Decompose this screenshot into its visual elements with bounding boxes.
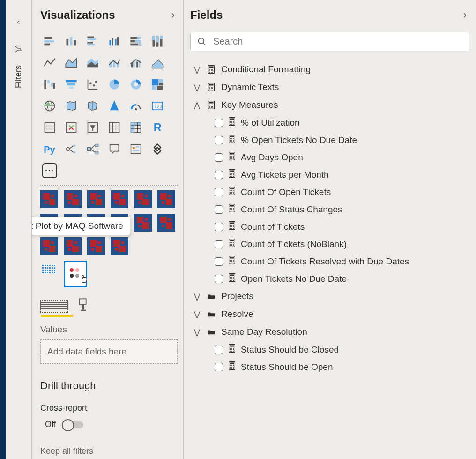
area-chart-icon[interactable] xyxy=(62,53,81,72)
fields-table-row[interactable]: ⋁Projects xyxy=(190,287,469,305)
pie-chart-icon[interactable] xyxy=(105,75,124,94)
visualizations-title: Visualizations xyxy=(40,8,115,22)
field-checkbox[interactable] xyxy=(215,188,223,196)
clustered-bar-chart-icon[interactable] xyxy=(83,32,102,51)
stacked-bar-chart-icon[interactable] xyxy=(40,32,59,51)
fields-measure-row[interactable]: Avg Tickets per Month xyxy=(190,166,469,183)
fields-collapse-chevron[interactable]: › xyxy=(461,9,469,21)
format-tab[interactable] xyxy=(77,295,91,313)
visualizations-collapse-chevron[interactable]: › xyxy=(169,9,178,21)
ribbon-chart-icon[interactable] xyxy=(148,53,167,72)
values-drop-zone[interactable]: Add data fields here xyxy=(40,339,178,364)
treemap-icon[interactable] xyxy=(148,75,167,94)
map-icon[interactable] xyxy=(40,97,59,115)
matrix-icon[interactable] xyxy=(126,118,145,137)
custom-viz-tile[interactable] xyxy=(87,190,105,208)
fields-measure-row[interactable]: Count Of Tickets Resolved with Due Dates xyxy=(190,253,469,270)
fields-measure-row[interactable]: Open Tickets No Due Date xyxy=(190,270,469,287)
fields-measure-row[interactable]: Count of Tickets xyxy=(190,218,469,235)
kpi-icon[interactable] xyxy=(62,118,81,137)
scatter-chart-icon[interactable] xyxy=(83,75,102,94)
paginated-report-icon[interactable] xyxy=(148,140,167,158)
svg-rect-37 xyxy=(66,80,76,83)
field-checkbox[interactable] xyxy=(215,363,223,371)
custom-viz-tile[interactable] xyxy=(64,190,82,208)
field-checkbox[interactable] xyxy=(215,119,223,127)
filters-expand-chevron[interactable]: ‹ xyxy=(17,17,20,27)
cross-report-toggle[interactable] xyxy=(63,421,83,428)
fields-measure-row[interactable]: Count Of Open Tickets xyxy=(190,183,469,201)
line-clustered-column-icon[interactable] xyxy=(126,53,145,72)
custom-viz-tile[interactable] xyxy=(134,190,152,208)
field-checkbox[interactable] xyxy=(215,205,223,214)
filled-map-icon[interactable] xyxy=(62,97,81,115)
100-stacked-bar-icon[interactable] xyxy=(126,32,145,51)
svg-rect-0 xyxy=(44,37,52,39)
gauge-icon[interactable] xyxy=(126,97,145,115)
fields-table-row[interactable]: ⋁Same Day Resolution xyxy=(190,323,469,341)
fields-well-tab[interactable] xyxy=(40,300,68,313)
custom-viz-tile[interactable] xyxy=(87,237,105,255)
decomposition-tree-icon[interactable] xyxy=(83,140,102,158)
multi-row-card-icon[interactable] xyxy=(40,118,59,137)
fields-search-box[interactable] xyxy=(190,32,469,51)
field-checkbox[interactable] xyxy=(215,223,223,231)
line-stacked-column-icon[interactable] xyxy=(105,53,124,72)
key-influencers-icon[interactable] xyxy=(62,140,81,158)
field-checkbox[interactable] xyxy=(215,346,223,354)
azure-map-icon[interactable] xyxy=(105,97,124,115)
custom-viz-tile[interactable] xyxy=(64,237,82,255)
table-icon[interactable] xyxy=(105,118,124,137)
fields-measure-row[interactable]: Status Should be Closed xyxy=(190,341,469,358)
custom-viz-tile[interactable] xyxy=(134,214,152,232)
fields-measure-row[interactable]: Count Of Status Changes xyxy=(190,201,469,218)
qa-visual-icon[interactable] xyxy=(105,140,124,158)
field-checkbox[interactable] xyxy=(215,136,223,144)
stacked-area-chart-icon[interactable] xyxy=(83,53,102,72)
get-more-visuals-icon[interactable]: ··· xyxy=(40,161,59,180)
field-checkbox[interactable] xyxy=(215,153,223,162)
custom-viz-tile[interactable] xyxy=(111,190,128,208)
shape-map-icon[interactable] xyxy=(83,97,102,115)
fields-measure-row[interactable]: % Open Tickets No Due Date xyxy=(190,131,469,149)
r-visual-icon[interactable]: R xyxy=(148,118,167,137)
custom-viz-tile[interactable] xyxy=(157,214,175,232)
svg-rect-10 xyxy=(110,40,112,46)
python-visual-icon[interactable]: Py xyxy=(40,140,59,158)
custom-viz-tile[interactable] xyxy=(40,190,58,208)
fields-measure-row[interactable]: % of Utilization xyxy=(190,114,469,131)
smart-narrative-icon[interactable] xyxy=(126,140,145,158)
custom-viz-tile[interactable] xyxy=(111,237,128,255)
funnel-chart-icon[interactable] xyxy=(62,75,81,94)
fields-table-row[interactable]: ⋀Key Measures xyxy=(190,96,469,114)
svg-rect-101 xyxy=(81,310,86,311)
fields-table-row[interactable]: ⋁Resolve xyxy=(190,305,469,323)
field-checkbox[interactable] xyxy=(215,275,223,283)
fields-measure-label: Count Of Status Changes xyxy=(241,204,342,215)
fields-measure-row[interactable]: Avg Days Open xyxy=(190,149,469,166)
fields-table-row[interactable]: ⋁Conditional Formatting xyxy=(190,60,469,78)
fields-table-row[interactable]: ⋁Dynamic Texts xyxy=(190,78,469,96)
clustered-column-chart-icon[interactable] xyxy=(105,32,124,51)
svg-point-56 xyxy=(46,103,50,106)
stacked-column-chart-icon[interactable] xyxy=(62,32,81,51)
svg-rect-91 xyxy=(133,147,135,149)
dot-plot-maq-visual-selected[interactable] xyxy=(64,261,87,287)
100-stacked-column-icon[interactable] xyxy=(148,32,167,51)
field-checkbox[interactable] xyxy=(215,257,223,266)
slicer-icon[interactable] xyxy=(83,118,102,137)
field-checkbox[interactable] xyxy=(215,240,223,248)
calculator-icon xyxy=(229,187,235,197)
fields-search-input[interactable] xyxy=(213,36,462,47)
custom-viz-tile[interactable] xyxy=(40,237,58,255)
custom-viz-tile[interactable] xyxy=(157,190,175,208)
fields-measure-row[interactable]: Count of Tickets (NoBlank) xyxy=(190,235,469,253)
donut-chart-icon[interactable] xyxy=(126,75,145,94)
field-checkbox[interactable] xyxy=(215,171,223,179)
fields-measure-row[interactable]: Status Should be Open xyxy=(190,358,469,376)
line-chart-icon[interactable] xyxy=(40,53,59,72)
card-icon[interactable]: 123 xyxy=(148,97,167,115)
custom-viz-dotted-tile[interactable] xyxy=(40,261,57,278)
calculator-icon xyxy=(229,204,235,215)
waterfall-chart-icon[interactable] xyxy=(40,75,59,94)
